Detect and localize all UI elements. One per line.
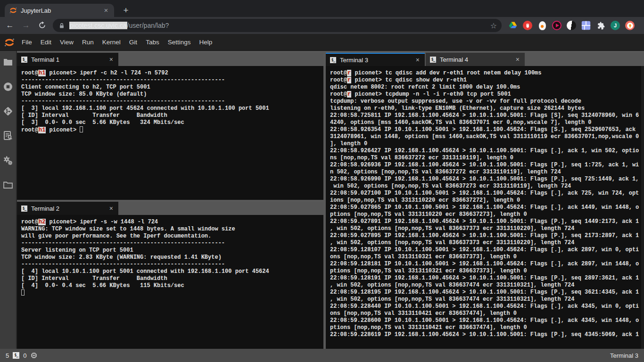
terminal-line: WARNING: TCP window size set to 1448 byt… xyxy=(21,226,323,233)
menu-edit[interactable]: Edit xyxy=(36,36,56,48)
terminal-line: , win 502, options [nop,nop,TS val 83663… xyxy=(330,282,641,289)
terminal3-output[interactable]: root@r piconet> tc qdisc add dev r-eth1 … xyxy=(326,66,644,349)
menu-settings[interactable]: Settings xyxy=(164,36,195,48)
lock-icon xyxy=(58,22,65,29)
menu-help[interactable]: Help xyxy=(195,36,216,48)
file-browser-icon[interactable] xyxy=(2,57,14,68)
terminal-line: 3124078961, win 1448, options [mss 1460,… xyxy=(330,133,641,140)
terminal1-panel: $_ Terminal 1 × root@h1 piconet> iperf -… xyxy=(17,53,323,200)
reload-icon[interactable] xyxy=(36,19,48,32)
tab-terminal-4[interactable]: $_ Terminal 4 × xyxy=(426,53,525,66)
kernel-chip-icon xyxy=(30,352,38,359)
menu-kernel[interactable]: Kernel xyxy=(98,36,125,48)
terminal-line: ons [nop,nop,TS val 3313110321 ecr 83663… xyxy=(330,254,641,261)
terminal-line: tcpdump: verbose output suppressed, use … xyxy=(330,98,641,105)
terminal-line: will give poor performance. See the Iper… xyxy=(21,233,323,240)
terminal-line: ptions [nop,nop,TS val 3313110421 ecr 83… xyxy=(330,324,641,331)
terminal-line: [ ID] Interval Transfer Bandwidth xyxy=(21,275,323,282)
tab-terminal-1-close-icon[interactable]: × xyxy=(108,56,115,63)
terminal-line: ----------------------------------------… xyxy=(21,240,323,247)
activity-sidebar xyxy=(0,51,17,349)
tab-terminal-1-label: Terminal 1 xyxy=(31,56,108,63)
menu-view[interactable]: View xyxy=(56,36,78,48)
terminal-line: TCP window size: 2.83 KByte (WARNING: re… xyxy=(21,254,323,261)
egg-timer-icon[interactable] xyxy=(537,21,547,30)
terminal-icon: $_ xyxy=(21,57,27,63)
terminal-line: , win 502, options [nop,nop,TS val 83663… xyxy=(330,296,641,303)
terminal2-tabbar: $_ Terminal 2 × xyxy=(17,202,323,215)
git-icon[interactable] xyxy=(2,106,14,117)
menu-run[interactable]: Run xyxy=(78,36,98,48)
terminal-line: ons [nop,nop,TS val 3313110421 ecr 83663… xyxy=(330,310,641,317)
right-panel: $_ Terminal 3 × $_ Terminal 4 × root@r p… xyxy=(326,53,644,349)
terminal-count: 5 xyxy=(6,352,9,359)
terminal-line: 22:08:59.027865 IP 10.10.1.100.5001 > 19… xyxy=(330,204,641,211)
terminal-line: ----------------------------------------… xyxy=(21,77,323,84)
terminal-line: 22:08:58.926936 IP 192.168.1.100.45624 >… xyxy=(330,162,641,169)
tab-terminal-2-close-icon[interactable]: × xyxy=(108,205,115,212)
terminal-line: [ 3] local 192.168.1.100 port 45624 conn… xyxy=(21,105,323,112)
terminal-line: 22:08:59.027100 IP 10.10.1.100.5001 > 19… xyxy=(330,190,641,197)
browser-tab-close-icon[interactable]: × xyxy=(102,6,110,15)
workspace-folder-icon[interactable] xyxy=(2,179,14,190)
terminal-line: Server listening on TCP port 5001 xyxy=(21,247,323,254)
menu-file[interactable]: File xyxy=(17,36,36,48)
profile-avatar[interactable]: J xyxy=(611,21,620,30)
google-drive-icon[interactable] xyxy=(508,21,518,30)
url-path: /user/pan/lab? xyxy=(127,22,169,29)
terminal1-output[interactable]: root@h1 piconet> iperf -c h2 -l 724 -n 5… xyxy=(17,66,323,200)
url-host: picotest.csc.uvic.ca xyxy=(69,22,127,29)
terminal-line: ptions [nop,nop,TS val 3313110220 ecr 83… xyxy=(330,211,641,218)
terminal-icon: $_ xyxy=(430,57,436,63)
adblock-hand-icon[interactable] xyxy=(523,21,532,30)
new-tab-button[interactable]: + xyxy=(120,5,132,17)
running-sessions-icon[interactable] xyxy=(2,81,14,92)
terminal-line: 22:08:59.128195 IP 192.168.1.100.45624 >… xyxy=(330,289,641,296)
tab-terminal-4-label: Terminal 4 xyxy=(440,56,514,63)
terminal-line: ions [nop,nop,TS val 3313110220 ecr 8366… xyxy=(330,197,641,204)
tab-grid-icon[interactable] xyxy=(581,21,591,30)
running-sessions-status[interactable]: 5 $_ 0 xyxy=(6,352,38,359)
address-bar[interactable]: picotest.csc.uvic.ca/user/pan/lab? ☆ xyxy=(53,19,502,32)
tab-terminal-2[interactable]: $_ Terminal 2 × xyxy=(17,202,118,215)
video-play-icon[interactable] xyxy=(552,21,561,30)
terminal-line: [ 3] 0.0- 0.0 sec 5.66 KBytes 324 Mbits/… xyxy=(21,119,323,126)
terminal-line: ptions [nop,nop,TS val 3313110321 ecr 83… xyxy=(330,268,641,275)
tab-terminal-3-close-icon[interactable]: × xyxy=(414,56,421,64)
terminal-line: root@h1 piconet> xyxy=(21,126,323,134)
terminal-line: 22:08:59.128107 IP 10.10.1.100.5001 > 19… xyxy=(330,247,641,254)
terminal2-output[interactable]: root@h2 piconet> iperf -s -w 1448 -l 724… xyxy=(17,215,323,349)
extensions-area: J xyxy=(508,21,635,30)
browser-tab-strip: JupyterLab × + xyxy=(0,0,644,17)
terminal-line: win 502, options [nop,nop,TS val 8366372… xyxy=(330,183,641,190)
bookmark-star-icon[interactable]: ☆ xyxy=(490,21,497,30)
tab-terminal-4-close-icon[interactable]: × xyxy=(514,56,521,63)
forward-icon[interactable]: → xyxy=(20,19,32,32)
terminal-line: 4240, options [mss 1460,sackOK,TS val 83… xyxy=(330,119,641,126)
tab-terminal-1[interactable]: $_ Terminal 1 × xyxy=(17,53,118,66)
terminal-line: root@h2 piconet> iperf -s -w 1448 -l 724 xyxy=(21,219,323,226)
terminal-line: , win 502, options [nop,nop,TS val 83663… xyxy=(330,239,641,247)
terminal-line: 22:08:59.228600 IP 10.10.1.100.5001 > 19… xyxy=(330,317,641,324)
tab-terminal-3[interactable]: $_ Terminal 3 × xyxy=(326,53,425,66)
terminal-line: ----------------------------------------… xyxy=(21,261,323,268)
browser-toolbar: ← → picotest.csc.uvic.ca/user/pan/lab? ☆ xyxy=(0,17,644,34)
back-icon[interactable]: ← xyxy=(4,19,16,32)
extensions-puzzle-icon[interactable] xyxy=(596,21,605,30)
menu-tabs[interactable]: Tabs xyxy=(141,36,164,48)
dark-mode-moon-icon[interactable] xyxy=(567,21,576,30)
menu-git[interactable]: Git xyxy=(125,36,141,48)
terminal-line: 22:08:59.128181 IP 10.10.1.100.5001 > 19… xyxy=(330,261,641,268)
browser-tab-jupyterlab[interactable]: JupyterLab × xyxy=(5,4,114,17)
terminal-line: root@h1 piconet> iperf -c h2 -l 724 -n 5… xyxy=(21,70,323,77)
terminal-line: Client connecting to h2, TCP port 5001 xyxy=(21,84,323,91)
right-tabbar: $_ Terminal 3 × $_ Terminal 4 × xyxy=(326,53,644,66)
share-up-arrow-icon[interactable] xyxy=(625,21,635,30)
property-inspector-gears-icon[interactable] xyxy=(2,155,14,166)
terminal2-panel: $_ Terminal 2 × root@h2 piconet> iperf -… xyxy=(17,202,323,349)
current-widget-label: Terminal 3 xyxy=(610,352,638,359)
terminal-line: root@r piconet> tc qdisc add dev r-eth1 … xyxy=(330,70,641,77)
terminal-line: 22:08:59.027891 IP 192.168.1.100.45624 >… xyxy=(330,218,641,225)
main-area: $_ Terminal 1 × root@h1 piconet> iperf -… xyxy=(0,51,644,349)
table-of-contents-icon[interactable] xyxy=(2,130,14,141)
